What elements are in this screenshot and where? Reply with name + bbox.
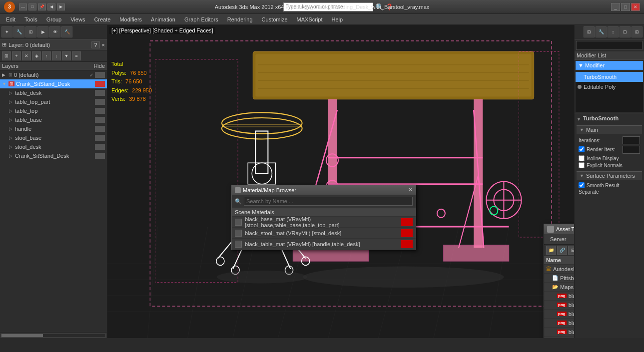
utilities-panel-btn[interactable]: 🔨 bbox=[61, 26, 72, 37]
mat-item-1[interactable]: black_stool_mat (VRayMtl) [stool_desk] bbox=[232, 228, 416, 239]
ts-main-header[interactable]: ▼ Main bbox=[577, 125, 642, 134]
rp-icon-4[interactable]: ⊡ bbox=[620, 26, 631, 37]
layer-stool-desk-end bbox=[95, 144, 105, 150]
at-row-tex-4[interactable]: png black_table_diffuse.png Found bbox=[544, 328, 574, 337]
at-file-name: Pittsburgh_Crank_Standing_Desk_with_Bars… bbox=[560, 275, 574, 281]
menu-customize[interactable]: Customize bbox=[258, 14, 292, 24]
display-panel-btn[interactable]: 👁 bbox=[49, 26, 60, 37]
layer-add-btn[interactable]: + bbox=[12, 51, 21, 60]
ts-surface-params: Smooth Result Separate bbox=[577, 180, 642, 198]
layer-item-stool-desk[interactable]: ▷ stool_desk bbox=[0, 142, 107, 151]
layer-stool-desk-name: stool_desk bbox=[15, 144, 93, 150]
at-menu-server[interactable]: Server bbox=[546, 235, 570, 243]
at-btn-1[interactable]: 📁 bbox=[546, 246, 556, 255]
at-row-vault[interactable]: 🏛 Autodesk Vault 2012 Logged O... bbox=[544, 265, 574, 274]
layer-item-table-top-part[interactable]: ▷ table_top_part bbox=[0, 97, 107, 106]
menu-create[interactable]: Create bbox=[90, 14, 114, 24]
nav-fwd[interactable]: ▶ bbox=[57, 3, 65, 10]
ts-iterations-input[interactable]: 0 bbox=[623, 136, 640, 144]
menu-modifiers[interactable]: Modifiers bbox=[115, 14, 146, 24]
rp-icon-5[interactable]: ⊞ bbox=[632, 26, 643, 37]
layer-scrollbar[interactable] bbox=[0, 332, 107, 338]
viewport-area[interactable]: [+] [Perspective] [Shaded + Edged Faces]… bbox=[107, 25, 574, 338]
at-row-tex-1[interactable]: png black_stool_diffuse.png Found bbox=[544, 301, 574, 310]
layer-remove-btn[interactable]: ✕ bbox=[22, 51, 31, 60]
layer-item-table-desk[interactable]: ▷ table_desk bbox=[0, 88, 107, 97]
at-row-tex-0[interactable]: png black_base_reflect.png Found bbox=[544, 292, 574, 301]
at-row-maps[interactable]: 📂 Maps / Shaders bbox=[544, 283, 574, 292]
menu-rendering[interactable]: Rendering bbox=[223, 14, 257, 24]
ts-surface-header[interactable]: ▼ Surface Parameters bbox=[577, 171, 642, 180]
rp-icon-1[interactable]: ⊞ bbox=[584, 26, 595, 37]
window-controls[interactable]: _ □ ✕ bbox=[611, 3, 640, 11]
mat-item-0[interactable]: black_base_mat (VRayMtl) [stool_base,tab… bbox=[232, 217, 416, 228]
at-menu-file[interactable]: File bbox=[571, 235, 574, 243]
ts-render-iters-check[interactable] bbox=[579, 146, 585, 152]
minimize-icon[interactable]: — bbox=[19, 3, 27, 10]
at-row-tex-5[interactable]: png black_table_normal.png Found bbox=[544, 337, 574, 338]
layer-help-btn[interactable]: ? bbox=[91, 41, 99, 48]
layer-options-btn[interactable]: ▼ bbox=[62, 51, 71, 60]
layer-props-btn[interactable]: ≡ bbox=[72, 51, 81, 60]
at-btn-2[interactable]: 🔗 bbox=[557, 246, 567, 255]
at-row-tex-2[interactable]: png black_stool_normal.png Found bbox=[544, 310, 574, 319]
menu-group[interactable]: Group bbox=[42, 14, 66, 24]
layer-item-table-top[interactable]: ▷ table_top bbox=[0, 106, 107, 115]
modify-panel-btn[interactable]: 🔧 bbox=[13, 26, 24, 37]
modifier-dropdown[interactable]: ▼ Modifier bbox=[576, 61, 643, 70]
menu-edit[interactable]: Edit bbox=[2, 14, 19, 24]
asset-tracking: Asset Tracking _ □ ✕ Server File Paths B… bbox=[544, 224, 574, 338]
modifier-item-turbosmooth[interactable]: TurboSmooth bbox=[576, 72, 643, 82]
ts-render-iters-input[interactable]: 2 bbox=[623, 146, 640, 154]
menu-views[interactable]: Views bbox=[66, 14, 89, 24]
menu-maxscript[interactable]: MAXScript bbox=[293, 14, 327, 24]
ts-smooth-check[interactable] bbox=[579, 182, 585, 188]
ts-isoline-check[interactable] bbox=[579, 155, 585, 161]
mat-item-2[interactable]: black_table_mat (VRayMtl) [handle,table_… bbox=[232, 239, 416, 250]
layer-item-handle[interactable]: ▷ handle bbox=[0, 124, 107, 133]
layer-item-crank-sub[interactable]: ▷ Crank_SitStand_Desk bbox=[0, 151, 107, 160]
modifier-name-editable-poly: Editable Poly bbox=[584, 84, 616, 90]
create-panel-btn[interactable]: ✦ bbox=[1, 26, 12, 37]
nav-back[interactable]: ◀ bbox=[47, 3, 55, 10]
layer-table-desk-name: table_desk bbox=[15, 90, 93, 96]
layer-item-table-base[interactable]: ▷ table_base bbox=[0, 115, 107, 124]
at-vault-name: Autodesk Vault 2012 bbox=[553, 266, 574, 272]
ts-explicit-check[interactable] bbox=[579, 162, 585, 168]
layer-crank-name: Crank_SitStand_Desk bbox=[16, 81, 93, 87]
layer-close-btn[interactable]: × bbox=[102, 42, 105, 48]
layer-create-btn[interactable]: ⊞ bbox=[2, 51, 11, 60]
layer-down-btn[interactable]: ↓ bbox=[52, 51, 61, 60]
at-row-tex-3[interactable]: png black_stool_reflect.png Found bbox=[544, 319, 574, 328]
rp-icon-2[interactable]: 🔧 bbox=[596, 26, 607, 37]
turbosmooth-section: ▼ TurboSmooth ▼ Main Iterations: 0 Rende… bbox=[575, 113, 644, 200]
layer-select-btn[interactable]: ◈ bbox=[32, 51, 41, 60]
window-controls-left[interactable]: — □ 📌 ◀ ▶ bbox=[19, 3, 65, 10]
ts-explicit-label: Explicit Normals bbox=[587, 163, 623, 168]
at-row-file[interactable]: 📄 Pittsburgh_Crank_Standing_Desk_with_Ba… bbox=[544, 274, 574, 283]
menu-tools[interactable]: Tools bbox=[20, 14, 41, 24]
layer-item-crank[interactable]: ▼ ⊞ Crank_SitStand_Desk bbox=[0, 79, 107, 88]
object-name-field[interactable]: stool_base bbox=[576, 41, 643, 50]
menu-help[interactable]: Help bbox=[328, 14, 347, 24]
mat-browser-close[interactable]: ✕ bbox=[408, 187, 413, 193]
restore-icon[interactable]: □ bbox=[28, 3, 36, 10]
layer-list-header: Layers Hide bbox=[0, 62, 107, 70]
hierarchy-panel-btn[interactable]: ⊞ bbox=[25, 26, 36, 37]
at-tex-4-name: black_table_diffuse.png bbox=[569, 329, 574, 335]
svg-rect-28 bbox=[444, 245, 509, 261]
rp-icon-3[interactable]: ↕ bbox=[608, 26, 619, 37]
motion-panel-btn[interactable]: ▶ bbox=[37, 26, 48, 37]
pin-icon[interactable]: 📌 bbox=[38, 3, 46, 10]
menu-animation[interactable]: Animation bbox=[147, 14, 179, 24]
layer-item-stool-base[interactable]: ▷ stool_base bbox=[0, 133, 107, 142]
layer-item-default[interactable]: ▶ ⊞ 0 (default) ✓ bbox=[0, 70, 107, 79]
at-btn-3[interactable]: ⊞ bbox=[568, 246, 574, 255]
mat-search-input[interactable] bbox=[244, 197, 413, 206]
win-restore[interactable]: □ bbox=[621, 3, 630, 11]
menu-graph-editors[interactable]: Graph Editors bbox=[180, 14, 222, 24]
modifier-item-editable-poly[interactable]: Editable Poly bbox=[576, 82, 643, 92]
win-close[interactable]: ✕ bbox=[631, 3, 640, 11]
layer-up-btn[interactable]: ↑ bbox=[42, 51, 51, 60]
win-minimize[interactable]: _ bbox=[611, 3, 620, 11]
